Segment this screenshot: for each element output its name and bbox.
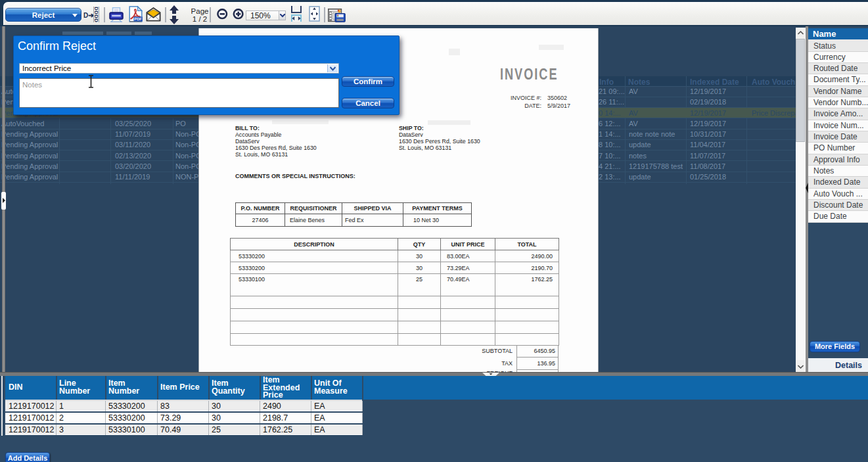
svg-text:PDF: PDF bbox=[134, 17, 142, 21]
